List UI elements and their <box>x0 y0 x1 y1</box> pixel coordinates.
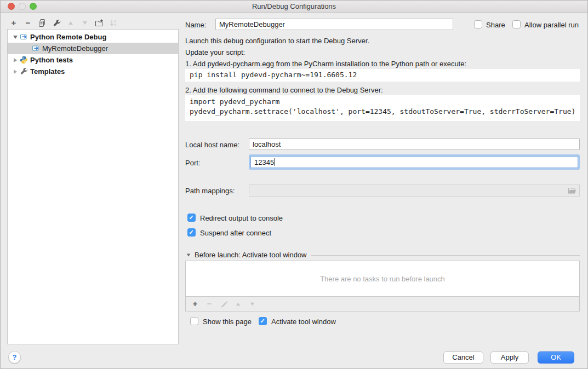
plus-icon: + <box>193 299 198 308</box>
remote-debug-config-icon <box>32 44 40 53</box>
collapse-section-icon[interactable] <box>187 253 191 256</box>
new-folder-icon <box>95 19 104 27</box>
instruction-step-2: 2. Add the following command to connect … <box>185 86 383 94</box>
section-divider <box>311 255 580 256</box>
ok-button[interactable]: OK <box>538 351 574 364</box>
browse-folder-icon[interactable] <box>568 187 576 194</box>
move-down-button[interactable] <box>81 19 89 27</box>
text-cursor <box>275 158 275 166</box>
expand-collapse-icon[interactable] <box>11 70 20 74</box>
remove-configuration-button[interactable]: − <box>24 19 32 27</box>
instruction-step-1: 1. Add pydevd-pycharm.egg from the PyCha… <box>185 60 466 68</box>
edit-task-button[interactable] <box>219 299 228 308</box>
share-checkbox[interactable] <box>474 20 482 28</box>
title-bar: Run/Debug Configurations <box>1 1 587 13</box>
configurations-toolbar: + − a z <box>9 18 118 28</box>
local-host-name-label: Local host name: <box>185 141 239 149</box>
arrow-down-icon <box>82 20 88 26</box>
minus-icon: − <box>207 299 212 308</box>
wrench-icon <box>53 19 61 27</box>
minus-icon: − <box>26 19 31 27</box>
tree-item-label: Templates <box>30 67 65 76</box>
redirect-output-label: Redirect output to console <box>200 214 283 222</box>
path-mappings-input[interactable] <box>249 184 580 197</box>
tree-item-templates[interactable]: Templates <box>8 66 178 77</box>
tree-item-label: Python Remote Debug <box>30 33 106 41</box>
arrow-up-icon <box>67 20 74 26</box>
tree-item-label: Python tests <box>30 56 73 64</box>
tree-item-python-remote-debug[interactable]: Python Remote Debug <box>8 31 178 43</box>
cancel-button[interactable]: Cancel <box>443 351 483 364</box>
show-this-page-checkbox[interactable] <box>190 317 198 325</box>
allow-parallel-run-label: Allow parallel run <box>524 21 579 29</box>
instruction-line-1: Launch this debug configuration to start… <box>185 37 369 45</box>
port-value: 12345 <box>254 158 274 166</box>
activate-tool-window-checkbox[interactable] <box>259 317 267 325</box>
move-task-up-button[interactable] <box>233 299 242 308</box>
share-label: Share <box>486 21 505 29</box>
apply-button[interactable]: Apply <box>490 351 529 364</box>
move-task-down-button[interactable] <box>248 299 256 308</box>
svg-text:z: z <box>114 23 116 27</box>
move-up-button[interactable] <box>66 19 75 27</box>
before-launch-title: Before launch: Activate tool window <box>195 251 307 259</box>
name-input[interactable] <box>215 19 453 30</box>
window-title: Run/Debug Configurations <box>1 1 587 13</box>
create-folder-button[interactable] <box>95 19 104 27</box>
task-list-toolbar: + − <box>185 297 580 312</box>
tree-item-python-tests[interactable]: Python tests <box>8 54 178 66</box>
help-icon: ? <box>13 353 17 361</box>
pencil-icon <box>220 301 227 308</box>
plus-icon: + <box>12 19 16 27</box>
pip-install-code-block: pip install pydevd-pycharm~=191.6605.12 <box>185 69 580 82</box>
sort-az-icon: a z <box>109 19 118 27</box>
before-launch-task-list[interactable]: There are no tasks to run before launch <box>185 261 580 297</box>
local-host-name-input[interactable] <box>249 139 580 150</box>
svg-text:a: a <box>114 19 116 23</box>
expand-collapse-icon[interactable] <box>11 36 20 39</box>
before-launch-section-header[interactable]: Before launch: Activate tool window <box>186 251 580 259</box>
arrow-up-icon <box>235 301 241 307</box>
python-icon <box>20 56 28 64</box>
add-task-button[interactable]: + <box>191 299 199 308</box>
instruction-line-2: Update your script: <box>185 48 245 56</box>
copy-icon <box>38 19 47 27</box>
expand-collapse-icon[interactable] <box>11 58 20 62</box>
suspend-after-connect-checkbox[interactable] <box>187 228 196 237</box>
tree-item-label: MyRemoteDebugger <box>42 44 108 53</box>
edit-templates-button[interactable] <box>52 19 61 27</box>
templates-wrench-icon <box>20 67 28 76</box>
path-mappings-label: Path mappings: <box>185 187 235 195</box>
remove-task-button[interactable]: − <box>205 299 214 308</box>
add-configuration-button[interactable]: + <box>9 19 18 27</box>
help-button[interactable]: ? <box>8 351 21 364</box>
activate-tool-window-label: Activate tool window <box>271 318 336 326</box>
port-input[interactable]: 12345 <box>250 156 578 168</box>
arrow-down-icon <box>249 301 255 307</box>
tree-item-myremotedebugger[interactable]: MyRemoteDebugger <box>8 43 178 54</box>
show-this-page-label: Show this page <box>203 318 252 326</box>
settrace-code-block: import pydevd_pycharm pydevd_pycharm.set… <box>185 95 580 121</box>
empty-task-list-text: There are no tasks to run before launch <box>320 275 445 283</box>
suspend-after-connect-label: Suspend after connect <box>200 229 271 237</box>
remote-debug-config-icon <box>20 33 28 41</box>
sort-configurations-button[interactable]: a z <box>109 19 118 27</box>
redirect-output-checkbox[interactable] <box>187 214 196 222</box>
name-label: Name: <box>185 21 206 29</box>
configurations-tree: Python Remote Debug MyRemoteDebugger Pyt… <box>7 29 179 344</box>
copy-configuration-button[interactable] <box>38 19 47 27</box>
run-debug-configurations-dialog: { "window": { "title": "Run/Debug Config… <box>0 0 588 369</box>
port-label: Port: <box>185 159 200 167</box>
allow-parallel-run-checkbox[interactable] <box>512 20 521 28</box>
